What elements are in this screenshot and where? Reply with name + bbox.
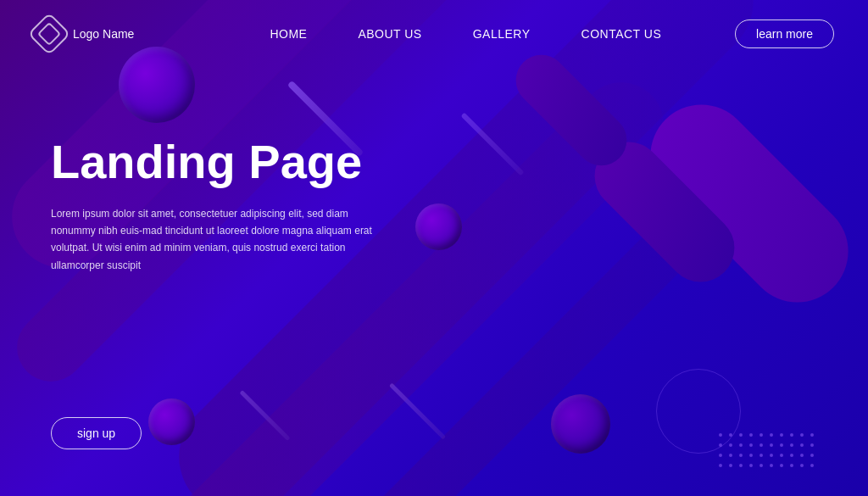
dot — [729, 454, 732, 457]
dot — [800, 443, 804, 447]
dot — [729, 443, 732, 447]
dot-grid: const grid = document.currentScript.pare… — [719, 433, 817, 471]
dot — [800, 464, 804, 467]
dot — [810, 433, 814, 437]
dot — [800, 433, 804, 437]
dot — [810, 454, 814, 457]
logo-area: Logo Name — [34, 19, 134, 49]
nav-link-home[interactable]: HOME — [270, 27, 307, 41]
dot — [790, 464, 793, 467]
dot — [810, 464, 814, 467]
dot — [800, 454, 804, 457]
dot — [780, 454, 783, 457]
nav-links: HOME ABOUT US GALLERY CONTACT US — [270, 26, 661, 42]
thin-line-3 — [389, 382, 446, 439]
dot — [770, 454, 773, 457]
dot — [729, 433, 732, 437]
dot — [719, 454, 722, 457]
dot — [790, 433, 793, 437]
dot — [749, 443, 753, 447]
dot — [719, 464, 722, 467]
dot — [760, 454, 763, 457]
dot — [719, 443, 722, 447]
nav-link-gallery[interactable]: GALLERY — [473, 27, 531, 41]
dot — [749, 464, 753, 467]
dot — [749, 433, 753, 437]
dot — [770, 433, 773, 437]
dot — [790, 443, 793, 447]
hero-content: Landing Page Lorem ipsum dolor sit amet,… — [51, 136, 373, 274]
dot — [770, 464, 773, 467]
dot — [760, 443, 763, 447]
dot — [780, 443, 783, 447]
circle-3 — [148, 398, 195, 445]
logo-icon — [28, 13, 71, 56]
nav-item-home[interactable]: HOME — [270, 26, 307, 42]
dot — [780, 433, 783, 437]
dot — [739, 464, 743, 467]
hero-description: Lorem ipsum dolor sit amet, consectetuer… — [51, 205, 373, 275]
dot — [760, 464, 763, 467]
sign-up-button[interactable]: sign up — [51, 417, 142, 449]
nav-link-about[interactable]: ABOUT US — [358, 27, 421, 41]
dot — [760, 433, 763, 437]
dot — [729, 464, 732, 467]
nav-item-about[interactable]: ABOUT US — [358, 26, 421, 42]
learn-more-button[interactable]: learn more — [735, 20, 834, 48]
nav-link-contact[interactable]: CONTACT US — [581, 27, 662, 41]
dot — [780, 464, 783, 467]
navbar: Logo Name HOME ABOUT US GALLERY CONTACT … — [0, 0, 868, 68]
dot — [739, 443, 743, 447]
nav-item-contact[interactable]: CONTACT US — [581, 26, 662, 42]
circle-2 — [415, 203, 462, 250]
dot — [749, 454, 753, 457]
dot — [770, 443, 773, 447]
logo-name: Logo Name — [73, 27, 134, 41]
dot — [739, 433, 743, 437]
nav-item-gallery[interactable]: GALLERY — [473, 26, 531, 42]
dot — [790, 454, 793, 457]
dot — [719, 433, 722, 437]
dot — [739, 454, 743, 457]
hero-title: Landing Page — [51, 136, 373, 188]
circle-4 — [551, 394, 610, 454]
dot — [810, 443, 814, 447]
